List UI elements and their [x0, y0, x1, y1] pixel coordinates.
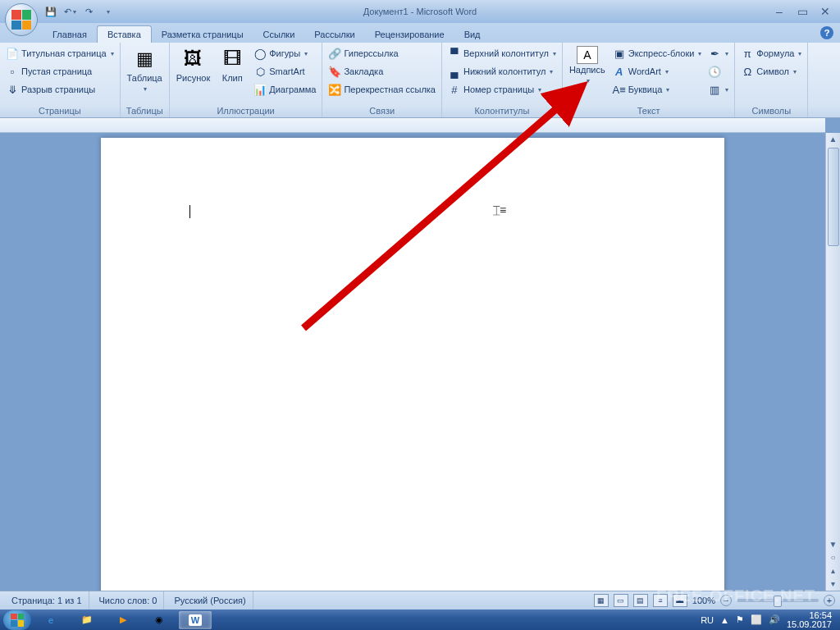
- clip-button[interactable]: 🎞Клип: [215, 44, 249, 84]
- group-illus-label: Иллюстрации: [173, 104, 319, 117]
- symbol-button[interactable]: ΩСимвол▾: [738, 62, 804, 80]
- tray-clock[interactable]: 16:54 15.09.2017: [787, 611, 832, 629]
- textbox-label: Надпись: [569, 65, 605, 75]
- footer-icon: ▄: [448, 65, 461, 78]
- zoom-in-button[interactable]: +: [824, 595, 835, 606]
- page-scroll[interactable]: ⌶≡: [0, 133, 825, 591]
- view-reading[interactable]: ▭: [614, 594, 628, 607]
- taskbar-chrome[interactable]: ◉: [143, 611, 176, 629]
- quickparts-label: Экспресс-блоки: [628, 48, 695, 58]
- tab-mailings[interactable]: Рассылки: [304, 26, 364, 43]
- dropcap-button[interactable]: A≡Буквица▾: [610, 80, 705, 98]
- view-outline[interactable]: ≡: [653, 594, 668, 607]
- browse-object-button[interactable]: ○: [826, 551, 840, 564]
- bookmark-label: Закладка: [344, 66, 383, 76]
- taskbar-word[interactable]: W: [179, 611, 212, 629]
- shapes-button[interactable]: ◯Фигуры▾: [251, 44, 318, 62]
- document-area: ⌶≡ ▲ ▼ ○ ▴ ▾: [0, 118, 840, 591]
- horizontal-ruler[interactable]: [0, 118, 825, 133]
- tray-show-hidden[interactable]: ▲: [720, 615, 729, 625]
- datetime-button[interactable]: 🕓: [705, 62, 731, 80]
- tab-view[interactable]: Вид: [454, 26, 491, 43]
- scroll-up-button[interactable]: ▲: [826, 133, 840, 146]
- close-button[interactable]: ✕: [819, 5, 832, 18]
- wordart-button[interactable]: AWordArt▾: [610, 62, 705, 80]
- cross-ref-button[interactable]: 🔀Перекрестная ссылка: [326, 80, 438, 98]
- tab-layout[interactable]: Разметка страницы: [152, 26, 253, 43]
- view-print-layout[interactable]: ▦: [594, 594, 609, 607]
- bookmark-button[interactable]: 🔖Закладка: [326, 62, 438, 80]
- titlebar: 💾 ↶▾ ↷ ▾ Документ1 - Microsoft Word – ▭ …: [0, 0, 840, 23]
- i-beam-cursor-icon: ⌶≡: [493, 203, 506, 217]
- equation-button[interactable]: πФормула▾: [738, 44, 804, 62]
- table-button[interactable]: ▦ Таблица▾: [124, 44, 166, 96]
- quickparts-button[interactable]: ▣Экспресс-блоки▾: [610, 44, 705, 62]
- chart-button[interactable]: 📊Диаграмма: [251, 80, 318, 98]
- status-language[interactable]: Русский (Россия): [167, 591, 253, 609]
- scroll-thumb[interactable]: [828, 148, 839, 246]
- tray-language[interactable]: RU: [701, 615, 714, 625]
- restore-button[interactable]: ▭: [796, 5, 809, 18]
- tray-action-center-icon[interactable]: ⚑: [736, 614, 744, 625]
- office-button[interactable]: [5, 3, 38, 36]
- redo-button[interactable]: ↷: [80, 3, 97, 20]
- textbox-button[interactable]: A Надпись▾: [566, 44, 609, 88]
- equation-icon: π: [741, 47, 754, 60]
- cover-page-button[interactable]: 📄Титульная страница▾: [3, 44, 116, 62]
- window-title: Документ1 - Microsoft Word: [363, 7, 477, 16]
- group-tables-label: Таблицы: [124, 104, 166, 117]
- tab-review[interactable]: Рецензирование: [365, 26, 454, 43]
- minimize-button[interactable]: –: [773, 5, 786, 18]
- blank-page-button[interactable]: ▫Пустая страница: [3, 62, 116, 80]
- view-web[interactable]: ▤: [633, 594, 648, 607]
- page-number-icon: #: [448, 83, 461, 96]
- header-button[interactable]: ▀Верхний колонтитул▾: [445, 44, 559, 62]
- smartart-button[interactable]: ⬡SmartArt: [251, 62, 318, 80]
- picture-button[interactable]: 🖼Рисунок: [173, 44, 214, 84]
- status-words[interactable]: Число слов: 0: [93, 591, 165, 609]
- scroll-down-button[interactable]: ▼: [826, 538, 840, 551]
- footer-button[interactable]: ▄Нижний колонтитул▾: [445, 62, 559, 80]
- taskbar-media[interactable]: ▶: [107, 611, 139, 629]
- zoom-out-button[interactable]: −: [720, 595, 732, 606]
- tray-network-icon[interactable]: ⬜: [751, 614, 762, 625]
- clip-label: Клип: [222, 73, 243, 83]
- undo-button[interactable]: ↶▾: [62, 3, 78, 20]
- tab-references[interactable]: Ссылки: [253, 26, 305, 43]
- view-draft[interactable]: ▬: [673, 594, 687, 607]
- signature-button[interactable]: ✒▾: [705, 44, 731, 62]
- next-page-button[interactable]: ▾: [826, 578, 840, 591]
- tab-insert[interactable]: Вставка: [97, 25, 152, 43]
- shapes-icon: ◯: [253, 47, 267, 60]
- shapes-label: Фигуры: [269, 48, 300, 58]
- taskbar-ie[interactable]: e: [34, 611, 67, 629]
- zoom-level[interactable]: 100%: [692, 596, 715, 605]
- bookmark-icon: 🔖: [328, 65, 341, 78]
- object-button[interactable]: ▥▾: [705, 80, 731, 98]
- taskbar-explorer[interactable]: 📁: [71, 611, 103, 629]
- tray-date: 15.09.2017: [787, 620, 832, 629]
- media-icon: ▶: [120, 614, 126, 625]
- signature-icon: ✒: [708, 47, 721, 60]
- zoom-slider[interactable]: [737, 599, 819, 602]
- page-break-icon: ⤋: [6, 83, 19, 96]
- group-text-label: Текст: [566, 104, 731, 117]
- help-button[interactable]: ?: [820, 26, 833, 39]
- start-button[interactable]: [3, 610, 31, 630]
- group-illustrations: 🖼Рисунок 🎞Клип ◯Фигуры▾ ⬡SmartArt 📊Диагр…: [170, 43, 323, 117]
- document-page[interactable]: ⌶≡: [101, 138, 724, 591]
- qat-customize[interactable]: ▾: [99, 3, 116, 20]
- vertical-scrollbar[interactable]: ▲ ▼ ○ ▴ ▾: [825, 133, 840, 591]
- equation-label: Формула: [756, 48, 794, 58]
- tab-home[interactable]: Главная: [43, 26, 97, 43]
- save-button[interactable]: 💾: [43, 3, 59, 20]
- group-links-label: Связи: [326, 104, 438, 117]
- page-break-button[interactable]: ⤋Разрыв страницы: [3, 80, 116, 98]
- prev-page-button[interactable]: ▴: [826, 564, 840, 578]
- page-number-button[interactable]: #Номер страницы▾: [445, 80, 559, 98]
- tray-volume-icon[interactable]: 🔊: [769, 614, 780, 625]
- status-page[interactable]: Страница: 1 из 1: [5, 591, 89, 609]
- hyperlink-button[interactable]: 🔗Гиперссылка: [326, 44, 438, 62]
- smartart-label: SmartArt: [269, 66, 304, 76]
- group-symbols-label: Символы: [738, 104, 804, 117]
